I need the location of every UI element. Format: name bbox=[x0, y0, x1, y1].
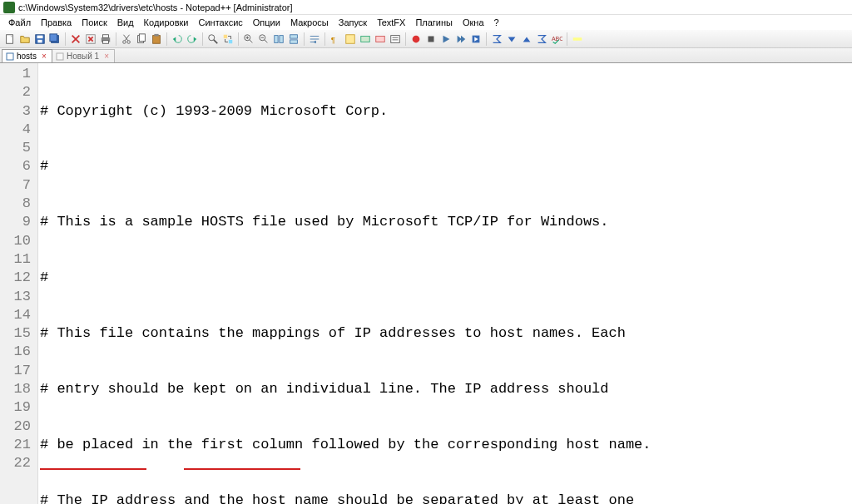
menu-search[interactable]: Поиск bbox=[77, 17, 111, 28]
user-lang-icon[interactable] bbox=[359, 32, 372, 46]
line-number: 9 bbox=[0, 213, 37, 231]
svg-rect-45 bbox=[346, 34, 355, 43]
code-line: # Copyright (c) 1993-2009 Microsoft Corp… bbox=[38, 102, 852, 121]
close-all-icon[interactable] bbox=[84, 32, 97, 46]
svg-marker-53 bbox=[443, 35, 450, 42]
line-number: 2 bbox=[0, 83, 37, 101]
sigma2-icon[interactable] bbox=[535, 32, 548, 46]
menu-syntax[interactable]: Синтаксис bbox=[194, 17, 248, 28]
tab-close-icon[interactable]: × bbox=[102, 52, 111, 61]
stop-macro-icon[interactable] bbox=[424, 32, 438, 46]
doc-map-icon[interactable] bbox=[374, 32, 387, 46]
save-macro-icon[interactable] bbox=[469, 32, 483, 46]
menu-file[interactable]: Файл bbox=[3, 17, 36, 28]
triangle-up-icon[interactable] bbox=[520, 32, 533, 46]
sync-icon[interactable] bbox=[272, 32, 285, 46]
spellcheck-icon[interactable]: ABC bbox=[550, 32, 563, 46]
svg-text:¶: ¶ bbox=[331, 34, 335, 43]
find-icon[interactable] bbox=[206, 32, 220, 46]
svg-rect-28 bbox=[229, 39, 232, 42]
play-macro-icon[interactable] bbox=[439, 32, 453, 46]
line-number: 8 bbox=[0, 195, 37, 213]
svg-line-35 bbox=[265, 39, 268, 42]
menubar: Файл Правка Поиск Вид Кодировки Синтакси… bbox=[0, 15, 852, 30]
menu-view[interactable]: Вид bbox=[112, 17, 139, 28]
toolbar-separator bbox=[202, 32, 203, 46]
app-window: c:\Windows\System32\drivers\etc\hosts - … bbox=[0, 0, 852, 504]
svg-rect-62 bbox=[7, 53, 13, 60]
svg-rect-61 bbox=[573, 37, 582, 41]
toolbar-separator bbox=[166, 32, 167, 46]
line-number: 21 bbox=[0, 436, 37, 454]
tab-label: Новый 1 bbox=[67, 52, 99, 61]
close-icon[interactable] bbox=[69, 32, 82, 46]
svg-point-17 bbox=[123, 40, 126, 43]
toolbar-separator bbox=[116, 32, 116, 46]
svg-line-32 bbox=[250, 39, 253, 42]
svg-rect-48 bbox=[391, 35, 400, 42]
line-number: 22 bbox=[0, 454, 37, 472]
code-line: # bbox=[38, 157, 852, 175]
annotation-underline bbox=[40, 468, 146, 470]
file-icon bbox=[6, 52, 14, 61]
sigma-icon[interactable] bbox=[490, 32, 503, 46]
tab-hosts[interactable]: hosts × bbox=[2, 49, 52, 62]
line-number: 19 bbox=[0, 398, 37, 417]
line-number: 10 bbox=[0, 232, 37, 250]
menu-textfx[interactable]: TextFX bbox=[372, 17, 410, 28]
line-number: 13 bbox=[0, 288, 37, 306]
svg-rect-39 bbox=[290, 39, 298, 42]
print-icon[interactable] bbox=[99, 32, 112, 46]
new-file-icon[interactable] bbox=[3, 32, 17, 46]
function-list-icon[interactable] bbox=[389, 32, 402, 46]
cut-icon[interactable] bbox=[120, 32, 133, 46]
svg-text:ABC: ABC bbox=[552, 35, 562, 41]
line-number: 7 bbox=[0, 176, 37, 195]
replace-icon[interactable] bbox=[221, 32, 235, 46]
code-line: # bbox=[38, 269, 852, 287]
zoom-in-icon[interactable] bbox=[242, 32, 255, 46]
toolbar-separator bbox=[65, 32, 66, 46]
svg-rect-27 bbox=[224, 34, 227, 37]
svg-rect-63 bbox=[57, 53, 63, 60]
highlight-icon[interactable] bbox=[571, 32, 584, 46]
svg-marker-59 bbox=[523, 37, 531, 42]
line-number: 4 bbox=[0, 121, 37, 139]
open-file-icon[interactable] bbox=[18, 32, 32, 46]
indent-guide-icon[interactable] bbox=[344, 32, 357, 46]
triangle-down-icon[interactable] bbox=[505, 32, 518, 46]
record-macro-icon[interactable] bbox=[409, 32, 423, 46]
save-icon[interactable] bbox=[33, 32, 47, 46]
paste-icon[interactable] bbox=[150, 32, 163, 46]
toolbar-separator bbox=[567, 32, 567, 46]
menu-options[interactable]: Опции bbox=[248, 17, 285, 28]
save-all-icon[interactable] bbox=[48, 32, 62, 46]
play-multi-icon[interactable] bbox=[454, 32, 468, 46]
menu-help[interactable]: ? bbox=[489, 17, 504, 28]
sync-vert-icon[interactable] bbox=[287, 32, 300, 46]
undo-icon[interactable] bbox=[171, 32, 184, 46]
show-all-chars-icon[interactable]: ¶ bbox=[329, 32, 342, 46]
tab-close-icon[interactable]: × bbox=[40, 52, 48, 61]
line-number: 1 bbox=[0, 65, 37, 83]
svg-rect-6 bbox=[50, 33, 57, 41]
line-number: 20 bbox=[0, 418, 37, 436]
menu-window[interactable]: Окна bbox=[458, 17, 489, 28]
menu-run[interactable]: Запуск bbox=[334, 17, 372, 28]
menu-encoding[interactable]: Кодировки bbox=[139, 17, 194, 28]
redo-icon[interactable] bbox=[186, 32, 199, 46]
zoom-out-icon[interactable] bbox=[257, 32, 270, 46]
svg-rect-20 bbox=[139, 33, 145, 41]
svg-point-18 bbox=[127, 40, 131, 43]
wordwrap-icon[interactable] bbox=[308, 32, 321, 46]
line-number: 12 bbox=[0, 269, 37, 287]
copy-icon[interactable] bbox=[135, 32, 148, 46]
svg-point-25 bbox=[209, 34, 215, 40]
svg-rect-37 bbox=[280, 35, 283, 42]
tab-new[interactable]: Новый 1 × bbox=[52, 49, 115, 62]
menu-edit[interactable]: Правка bbox=[36, 17, 77, 28]
svg-rect-36 bbox=[275, 35, 278, 42]
menu-plugins[interactable]: Плагины bbox=[410, 17, 458, 28]
menu-macros[interactable]: Макросы bbox=[285, 17, 334, 28]
editor-area[interactable]: # Copyright (c) 1993-2009 Microsoft Corp… bbox=[38, 63, 852, 504]
